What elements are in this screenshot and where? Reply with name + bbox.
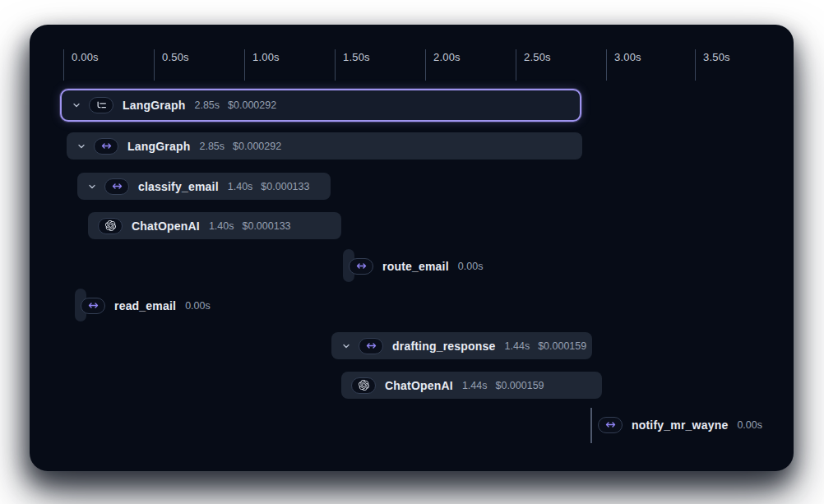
span-row[interactable]: ChatOpenAI 1.40s $0.000133 [88,212,341,239]
span-bar-hairline[interactable] [590,408,592,443]
span-name: LangGraph [123,99,185,112]
openai-icon [98,218,123,234]
span-duration: 1.40s [228,181,253,192]
trace-panel: 0.00s 0.50s 1.00s 1.50s 2.00s 2.50s 3.00… [30,25,794,471]
span-name: ChatOpenAI [132,220,200,233]
chevron-down-icon[interactable] [341,341,351,351]
ruler-tick [425,49,426,81]
double-arrow-icon [94,138,118,155]
span-name: route_email [382,260,449,273]
span-name: read_email [114,299,176,312]
span-row[interactable]: notify_mr_wayne 0.00s [598,411,762,438]
ruler-tick [606,49,607,81]
span-duration: 2.85s [199,141,225,152]
chevron-down-icon[interactable] [87,182,97,192]
ruler-tick [63,49,64,81]
chevron-down-icon[interactable] [72,100,81,110]
span-cost: $0.000133 [242,220,290,232]
span-duration: 1.44s [505,340,530,352]
ruler-tick-label: 0.00s [72,51,99,63]
span-row[interactable]: LangGraph 2.85s $0.000292 [67,132,582,160]
ruler-tick-label: 2.00s [433,51,461,63]
double-arrow-icon [359,338,383,354]
span-duration: 2.85s [194,99,220,111]
ruler-tick [154,49,155,81]
double-arrow-icon [81,298,105,314]
span-duration: 1.44s [462,380,488,391]
span-duration: 0.00s [737,419,762,431]
ruler-tick-label: 0.50s [162,51,189,63]
chevron-down-icon[interactable] [76,141,86,151]
double-arrow-icon [349,258,373,275]
span-duration: 0.00s [458,261,484,272]
span-name: notify_mr_wayne [632,418,728,432]
ruler-tick [695,49,696,81]
span-name: LangGraph [127,140,190,153]
trace-waterfall-view: 0.00s 0.50s 1.00s 1.50s 2.00s 2.50s 3.00… [0,0,824,504]
span-cost: $0.000159 [538,340,586,352]
list-tree-icon [89,97,113,113]
span-row[interactable]: read_email 0.00s [81,292,211,319]
span-cost: $0.000292 [233,141,281,152]
span-name: ChatOpenAI [385,379,453,392]
ruler-tick-label: 2.50s [524,51,551,63]
span-duration: 0.00s [185,300,211,312]
span-row[interactable]: route_email 0.00s [349,252,483,280]
double-arrow-icon [104,178,129,195]
double-arrow-icon [598,417,623,433]
ruler-tick-label: 3.50s [703,51,730,63]
ruler-tick [516,49,516,81]
span-cost: $0.000159 [495,380,544,391]
ruler-tick-label: 1.00s [252,51,280,63]
ruler-tick [335,49,336,81]
span-row[interactable]: LangGraph 2.85s $0.000292 [60,89,581,122]
span-name: classify_email [138,180,219,193]
span-name: drafting_response [392,340,496,353]
ruler-tick-label: 3.00s [614,51,641,63]
span-row[interactable]: drafting_response 1.44s $0.000159 [331,332,592,359]
openai-icon [351,377,376,394]
ruler-tick-label: 1.50s [343,51,370,63]
span-cost: $0.000292 [228,99,276,111]
span-duration: 1.40s [209,220,234,232]
span-row[interactable]: ChatOpenAI 1.44s $0.000159 [341,372,602,399]
ruler-tick [244,49,245,81]
span-cost: $0.000133 [261,181,309,192]
span-row[interactable]: classify_email 1.40s $0.000133 [77,173,331,200]
